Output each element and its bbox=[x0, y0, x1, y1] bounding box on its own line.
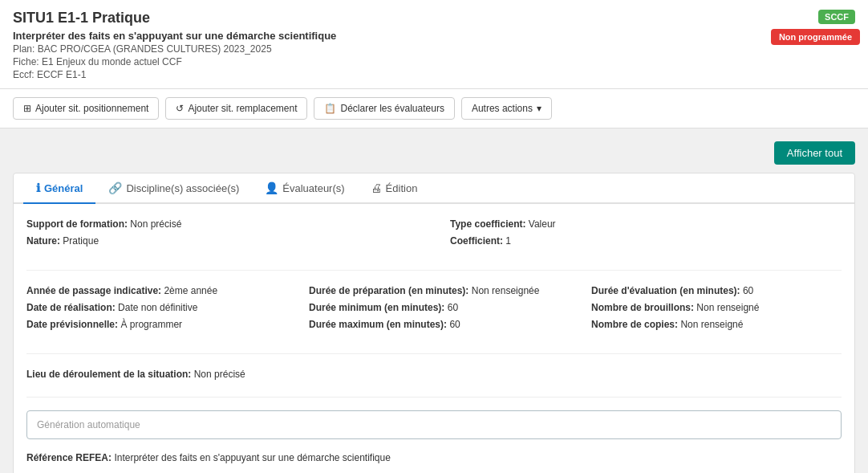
field-coefficient: Coefficient: 1 bbox=[450, 234, 842, 248]
link-icon: 🔗 bbox=[108, 181, 122, 194]
col-type-coeff: Type coefficient: Valeur Coefficient: 1 bbox=[450, 217, 842, 251]
field-nature: Nature: Pratique bbox=[26, 234, 418, 248]
field-nb-copies: Nombre de copies: Non renseigné bbox=[591, 317, 842, 332]
field-duree-eval: Durée d'évaluation (en minutes): 60 bbox=[591, 283, 842, 298]
main-card: ℹ Général 🔗 Discipline(s) associée(s) 👤 … bbox=[13, 173, 855, 473]
field-duree-max: Durée maximum (en minutes): 60 bbox=[309, 317, 559, 332]
fiche-info: Fiche: E1 Enjeux du monde actuel CCF bbox=[13, 56, 855, 67]
field-support: Support de formation: Non précisé bbox=[26, 217, 418, 231]
col-durees-eval: Durée d'évaluation (en minutes): 60 Nomb… bbox=[591, 283, 842, 334]
field-nb-brouillons: Nombre de brouillons: Non renseigné bbox=[591, 300, 842, 315]
field-date-prev: Date prévisionnelle: À programmer bbox=[26, 317, 277, 332]
main-content: Afficher tout ℹ Général 🔗 Discipline(s) … bbox=[0, 128, 868, 473]
add-positionnement-icon: ⊞ bbox=[23, 103, 31, 114]
tab-bar: ℹ Général 🔗 Discipline(s) associée(s) 👤 … bbox=[14, 173, 854, 204]
tab-disciplines[interactable]: 🔗 Discipline(s) associée(s) bbox=[95, 173, 252, 204]
tab-edition[interactable]: 🖨 Édition bbox=[358, 173, 431, 204]
col-durees-prep: Durée de préparation (en minutes): Non r… bbox=[309, 283, 559, 334]
eccf-info: Eccf: ECCF E1-1 bbox=[13, 69, 855, 80]
add-positionnement-button[interactable]: ⊞ Ajouter sit. positionnement bbox=[13, 97, 159, 120]
print-icon: 🖨 bbox=[371, 181, 382, 194]
col-dates: Année de passage indicative: 2ème année … bbox=[26, 283, 277, 334]
info-icon: ℹ bbox=[36, 181, 40, 194]
info-row-dates: Année de passage indicative: 2ème année … bbox=[26, 283, 842, 334]
plan-info: Plan: BAC PRO/CGEA (GRANDES CULTURES) 20… bbox=[13, 43, 855, 55]
tab-general[interactable]: ℹ Général bbox=[23, 173, 95, 204]
afficher-tout-button[interactable]: Afficher tout bbox=[774, 141, 855, 165]
field-type-coefficient: Type coefficient: Valeur bbox=[450, 217, 842, 231]
col-support-nature: Support de formation: Non précisé Nature… bbox=[26, 217, 418, 251]
field-annee: Année de passage indicative: 2ème année bbox=[26, 283, 277, 298]
field-date-realisation: Date de réalisation: Date non définitive bbox=[26, 300, 277, 315]
page-title: SITU1 E1-1 Pratique bbox=[13, 10, 855, 27]
field-duree-prep: Durée de préparation (en minutes): Non r… bbox=[309, 283, 559, 298]
toolbar: ⊞ Ajouter sit. positionnement ↺ Ajouter … bbox=[0, 89, 868, 128]
section-support: Support de formation: Non précisé Nature… bbox=[26, 217, 842, 271]
page-header: SITU1 E1-1 Pratique Interpréter des fait… bbox=[0, 0, 868, 89]
autres-actions-button[interactable]: Autres actions ▾ bbox=[461, 97, 552, 120]
add-remplacement-icon: ↺ bbox=[176, 103, 184, 114]
user-icon: 👤 bbox=[265, 181, 278, 194]
field-lieu: Lieu de déroulement de la situation: Non… bbox=[26, 367, 842, 381]
generation-box: Génération automatique bbox=[26, 410, 842, 439]
declarer-evaluateurs-button[interactable]: 📋 Déclarer les évaluateurs bbox=[314, 97, 454, 120]
section-dates: Année de passage indicative: 2ème année … bbox=[26, 283, 842, 354]
status-badge: Non programmée bbox=[771, 29, 860, 45]
info-row-support: Support de formation: Non précisé Nature… bbox=[26, 217, 842, 251]
sccf-badge: SCCF bbox=[818, 10, 855, 24]
card-body: Support de formation: Non précisé Nature… bbox=[14, 204, 854, 473]
page-subtitle: Interpréter des faits en s'appuyant sur … bbox=[13, 30, 855, 42]
section-lieu: Lieu de déroulement de la situation: Non… bbox=[26, 367, 842, 398]
add-remplacement-button[interactable]: ↺ Ajouter sit. remplacement bbox=[165, 97, 307, 120]
evaluateurs-icon: 📋 bbox=[324, 103, 336, 114]
section-refea: Référence REFEA: Interpréter des faits e… bbox=[26, 452, 842, 463]
field-duree-min: Durée minimum (en minutes): 60 bbox=[309, 300, 559, 315]
tab-evaluateurs[interactable]: 👤 Évaluateur(s) bbox=[252, 173, 357, 204]
afficher-row: Afficher tout bbox=[13, 141, 855, 165]
chevron-down-icon: ▾ bbox=[537, 103, 541, 114]
